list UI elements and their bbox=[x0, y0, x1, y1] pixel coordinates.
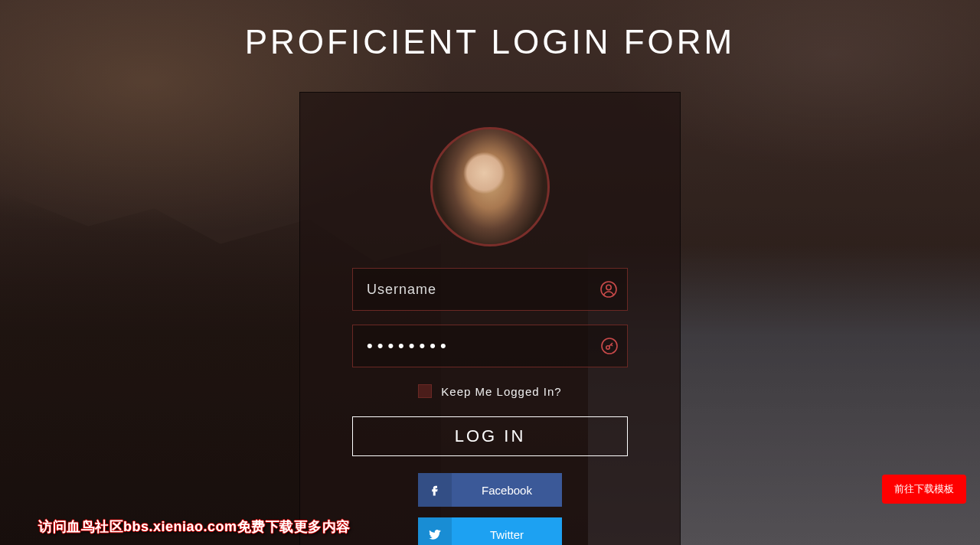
password-field-wrapper bbox=[352, 325, 628, 367]
page-title: PROFICIENT LOGIN FORM bbox=[0, 0, 980, 61]
facebook-icon bbox=[418, 473, 452, 507]
twitter-icon bbox=[418, 517, 452, 545]
user-icon bbox=[590, 280, 627, 299]
keep-logged-in-checkbox[interactable] bbox=[418, 384, 432, 398]
svg-point-1 bbox=[606, 285, 611, 289]
login-card: Keep Me Logged In? LOG IN Facebook Twitt… bbox=[299, 92, 681, 545]
password-input[interactable] bbox=[353, 336, 591, 356]
watermark-text: 访问血鸟社区bbs.xieniao.com免费下载更多内容 bbox=[38, 517, 351, 536]
username-input[interactable] bbox=[353, 282, 590, 298]
key-icon bbox=[591, 337, 627, 355]
username-field-wrapper bbox=[352, 268, 628, 311]
download-template-button[interactable]: 前往下载模板 bbox=[882, 475, 966, 504]
twitter-label: Twitter bbox=[452, 528, 562, 541]
login-button[interactable]: LOG IN bbox=[352, 416, 628, 456]
facebook-label: Facebook bbox=[452, 484, 562, 497]
avatar bbox=[430, 127, 550, 246]
keep-logged-in-label: Keep Me Logged In? bbox=[441, 385, 561, 398]
keep-logged-in-row: Keep Me Logged In? bbox=[327, 384, 653, 398]
facebook-login-button[interactable]: Facebook bbox=[418, 473, 562, 507]
twitter-login-button[interactable]: Twitter bbox=[418, 517, 562, 545]
